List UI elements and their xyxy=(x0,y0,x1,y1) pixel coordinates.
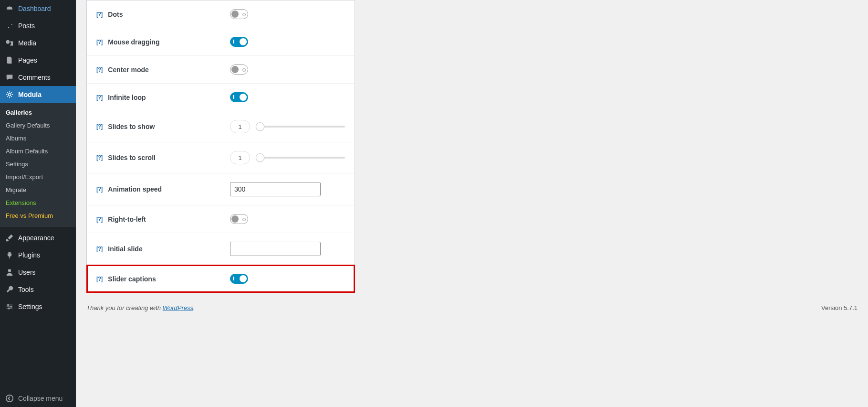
sidebar-item-label: Modula xyxy=(18,90,42,99)
setting-label: Slider captions xyxy=(108,275,156,283)
sidebar-subitem-galleries[interactable]: Galleries xyxy=(0,106,76,119)
collapse-icon xyxy=(5,394,14,403)
sidebar-item-modula[interactable]: Modula xyxy=(0,86,76,103)
sidebar-item-posts[interactable]: Posts xyxy=(0,17,76,34)
sidebar-item-media[interactable]: Media xyxy=(0,34,76,52)
wrench-icon xyxy=(5,285,14,294)
setting-label: Infinite loop xyxy=(108,94,146,101)
svg-point-3 xyxy=(8,269,11,272)
setting-label: Center mode xyxy=(108,66,149,74)
slides_to_scroll-slider[interactable] xyxy=(257,157,345,159)
settings-panel: [?]Dots[?]Mouse dragging[?]Center mode[?… xyxy=(86,0,355,293)
setting-label: Animation speed xyxy=(108,185,162,193)
animation_speed-input[interactable] xyxy=(230,182,321,196)
brush-icon xyxy=(5,233,14,243)
setting-row-center_mode: [?]Center mode xyxy=(87,56,355,84)
sidebar-subitem-import-export[interactable]: Import/Export xyxy=(0,171,76,183)
sidebar-item-comments[interactable]: Comments xyxy=(0,69,76,86)
sidebar-submenu: GalleriesGallery DefaultsAlbumsAlbum Def… xyxy=(0,103,76,227)
slider_captions-toggle[interactable] xyxy=(230,274,248,284)
collapse-menu-label: Collapse menu xyxy=(18,394,63,403)
help-icon[interactable]: [?] xyxy=(96,216,102,223)
right_to_left-toggle[interactable] xyxy=(230,214,248,224)
sidebar-item-label: Pages xyxy=(18,56,37,64)
sidebar-subitem-album-defaults[interactable]: Album Defaults xyxy=(0,145,76,158)
sidebar-item-plugins[interactable]: Plugins xyxy=(0,246,76,264)
sidebar-item-label: Media xyxy=(18,39,36,47)
slides_to_show-number-input[interactable] xyxy=(230,120,250,133)
sidebar-item-pages[interactable]: Pages xyxy=(0,52,76,69)
main-content-area: [?]Dots[?]Mouse dragging[?]Center mode[?… xyxy=(76,0,868,407)
setting-label: Initial slide xyxy=(108,245,142,253)
sidebar-item-label: Plugins xyxy=(18,251,40,259)
setting-label: Mouse dragging xyxy=(108,38,159,46)
setting-row-slides_to_show: [?]Slides to show xyxy=(87,111,355,142)
setting-label: Dots xyxy=(108,11,123,18)
mouse_dragging-toggle[interactable] xyxy=(230,37,248,47)
media-icon xyxy=(5,38,14,48)
sidebar-item-label: Users xyxy=(18,268,36,277)
setting-row-initial_slide: [?]Initial slide xyxy=(87,233,355,265)
sidebar-item-label: Dashboard xyxy=(18,4,51,13)
setting-row-right_to_left: [?]Right-to-left xyxy=(87,205,355,233)
dashboard-icon xyxy=(5,4,14,13)
center_mode-toggle[interactable] xyxy=(230,64,248,75)
svg-rect-1 xyxy=(7,57,11,64)
setting-row-animation_speed: [?]Animation speed xyxy=(87,173,355,205)
sidebar-item-dashboard[interactable]: Dashboard xyxy=(0,0,76,17)
sidebar-subitem-gallery-defaults[interactable]: Gallery Defaults xyxy=(0,119,76,132)
sidebar-item-users[interactable]: Users xyxy=(0,264,76,281)
setting-label: Right-to-left xyxy=(108,215,146,223)
sidebar-subitem-extensions[interactable]: Extensions xyxy=(0,196,76,209)
svg-point-7 xyxy=(6,395,13,402)
help-icon[interactable]: [?] xyxy=(96,186,102,193)
setting-label: Slides to show xyxy=(108,123,155,130)
admin-sidebar: DashboardPostsMediaPagesCommentsModula G… xyxy=(0,0,76,407)
setting-row-slides_to_scroll: [?]Slides to scroll xyxy=(87,142,355,173)
sidebar-item-label: Posts xyxy=(18,21,35,30)
slider-thumb[interactable] xyxy=(256,122,264,131)
collapse-menu-button[interactable]: Collapse menu xyxy=(0,390,76,407)
slides_to_scroll-number-input[interactable] xyxy=(230,151,250,164)
help-icon[interactable]: [?] xyxy=(96,123,102,130)
wordpress-link[interactable]: WordPress xyxy=(163,304,193,311)
sidebar-subitem-free-vs-premium[interactable]: Free vs Premium xyxy=(0,209,76,222)
svg-rect-6 xyxy=(8,308,10,310)
sidebar-subitem-albums[interactable]: Albums xyxy=(0,132,76,145)
slides_to_show-slider[interactable] xyxy=(257,126,345,128)
setting-row-mouse_dragging: [?]Mouse dragging xyxy=(87,28,355,56)
modula-icon xyxy=(5,90,14,99)
setting-row-infinite_loop: [?]Infinite loop xyxy=(87,84,355,111)
user-icon xyxy=(5,268,14,277)
sidebar-item-label: Tools xyxy=(18,285,34,294)
admin-footer: Thank you for creating with WordPress. V… xyxy=(86,293,858,316)
help-icon[interactable]: [?] xyxy=(96,94,102,101)
initial_slide-input[interactable] xyxy=(230,242,321,256)
sidebar-item-tools[interactable]: Tools xyxy=(0,281,76,298)
comment-icon xyxy=(5,73,14,82)
sidebar-item-label: Settings xyxy=(18,302,42,311)
help-icon[interactable]: [?] xyxy=(96,11,102,18)
setting-row-slider_captions: [?]Slider captions xyxy=(87,265,355,292)
sidebar-item-label: Comments xyxy=(18,73,51,82)
setting-row-dots: [?]Dots xyxy=(87,0,355,28)
sidebar-item-settings[interactable]: Settings xyxy=(0,298,76,315)
help-icon[interactable]: [?] xyxy=(96,276,102,282)
help-icon[interactable]: [?] xyxy=(96,154,102,161)
plug-icon xyxy=(5,250,14,260)
footer-thanks: Thank you for creating with WordPress. xyxy=(86,304,195,311)
help-icon[interactable]: [?] xyxy=(96,66,102,73)
slider-thumb[interactable] xyxy=(256,153,264,162)
infinite_loop-toggle[interactable] xyxy=(230,92,248,102)
help-icon[interactable]: [?] xyxy=(96,246,102,252)
page-icon xyxy=(5,55,14,65)
setting-label: Slides to scroll xyxy=(108,154,156,161)
sidebar-item-appearance[interactable]: Appearance xyxy=(0,229,76,246)
pin-icon xyxy=(5,21,14,31)
sidebar-subitem-migrate[interactable]: Migrate xyxy=(0,183,76,196)
help-icon[interactable]: [?] xyxy=(96,39,102,45)
dots-toggle[interactable] xyxy=(230,9,248,19)
sidebar-subitem-settings[interactable]: Settings xyxy=(0,158,76,171)
svg-point-2 xyxy=(8,93,10,96)
svg-rect-5 xyxy=(10,306,12,308)
